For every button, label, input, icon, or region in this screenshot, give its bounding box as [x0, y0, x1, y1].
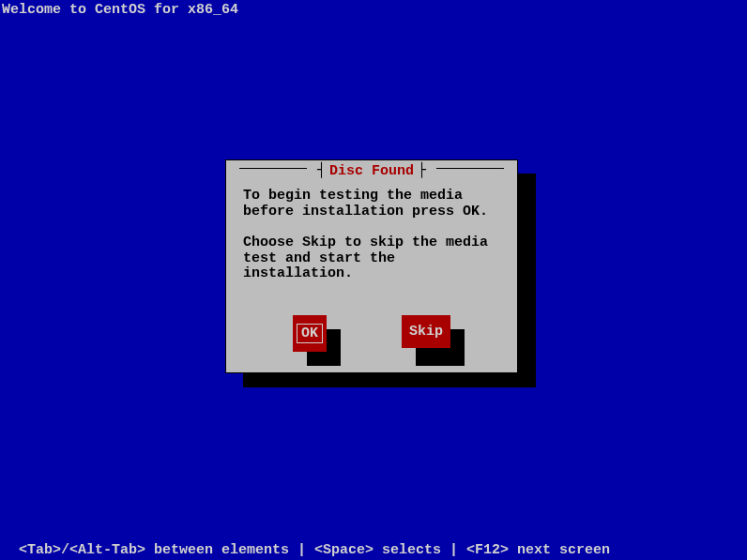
skip-button-label: Skip [409, 324, 443, 340]
ok-button[interactable]: OK [293, 315, 327, 352]
dialog-title-wrap: ┤ Disc Found ├ [226, 163, 517, 179]
page-title: Welcome to CentOS for x86_64 [2, 2, 238, 18]
skip-button-wrap: Skip [402, 315, 450, 352]
dialog-title: Disc Found [326, 163, 418, 179]
ok-button-label: OK [297, 324, 323, 343]
title-bracket-right: ├ [418, 162, 426, 178]
title-bracket-left: ┤ [317, 162, 326, 178]
dialog-text-line2: Choose Skip to skip the media test and s… [243, 235, 500, 282]
button-row: OK Skip [226, 315, 517, 352]
dialog-text-line1: To begin testing the media before instal… [243, 189, 500, 219]
ok-button-wrap: OK [293, 315, 327, 352]
skip-button[interactable]: Skip [402, 315, 450, 348]
disc-found-dialog: ┤ Disc Found ├ To begin testing the medi… [225, 159, 518, 373]
dialog-body: To begin testing the media before instal… [243, 189, 500, 298]
footer-hints: <Tab>/<Alt-Tab> between elements | <Spac… [19, 542, 610, 558]
